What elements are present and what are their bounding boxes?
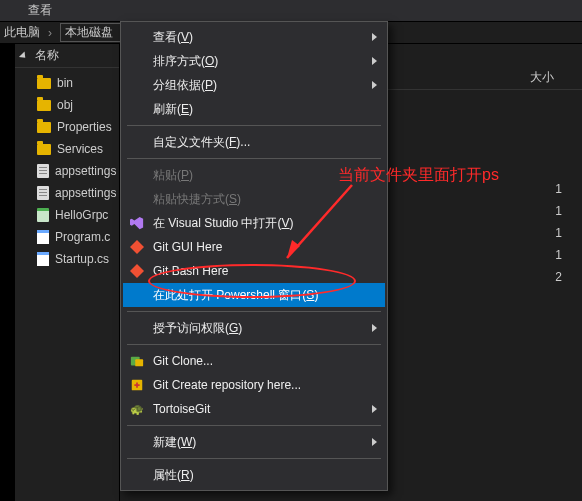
menu-separator	[127, 158, 381, 159]
file-name: Properties	[57, 120, 112, 134]
menu-item-git-clone[interactable]: Git Clone...	[123, 349, 385, 373]
detail-size: 1	[522, 204, 582, 218]
menu-item-group[interactable]: 分组依据(P)	[123, 73, 385, 97]
file-row[interactable]: HelloGrpc	[15, 204, 119, 226]
annotation-text: 当前文件夹里面打开ps	[338, 165, 499, 186]
menu-item-view[interactable]: 查看(V)	[123, 25, 385, 49]
file-row[interactable]: appsettings	[15, 182, 119, 204]
file-row[interactable]: appsettings	[15, 160, 119, 182]
git-icon	[129, 239, 145, 255]
detail-size: 1	[522, 182, 582, 196]
window-titlebar: 查看	[0, 0, 582, 22]
chevron-right-icon: ›	[48, 26, 52, 40]
folder-icon	[37, 122, 51, 133]
menu-item-paste-shortcut: 粘贴快捷方式(S)	[123, 187, 385, 211]
file-name: obj	[57, 98, 73, 112]
menu-item-customize-folder[interactable]: 自定义文件夹(F)...	[123, 130, 385, 154]
file-row[interactable]: bin	[15, 72, 119, 94]
file-name: appsettings	[55, 186, 116, 200]
titlebar-label: 查看	[28, 2, 52, 19]
column-header-size[interactable]: 大小	[522, 69, 582, 86]
file-row[interactable]: obj	[15, 94, 119, 116]
git-create-icon	[129, 377, 145, 393]
menu-item-open-powershell[interactable]: 在此处打开 Powershell 窗口(S)	[123, 283, 385, 307]
menu-item-grant-access[interactable]: 授予访问权限(G)	[123, 316, 385, 340]
file-icon	[37, 186, 49, 200]
svg-rect-1	[135, 359, 143, 366]
git-clone-icon	[129, 353, 145, 369]
tortoise-icon: 🐢	[129, 401, 145, 417]
file-row[interactable]: Program.c	[15, 226, 119, 248]
detail-size: 1	[522, 226, 582, 240]
folder-icon	[37, 144, 51, 155]
menu-separator	[127, 344, 381, 345]
git-icon	[129, 263, 145, 279]
file-row[interactable]: Properties	[15, 116, 119, 138]
menu-item-new[interactable]: 新建(W)	[123, 430, 385, 454]
file-row[interactable]: Services	[15, 138, 119, 160]
file-name: Services	[57, 142, 103, 156]
file-icon	[37, 252, 49, 266]
menu-item-git-create-repo[interactable]: Git Create repository here...	[123, 373, 385, 397]
menu-item-git-gui[interactable]: Git GUI Here	[123, 235, 385, 259]
file-name: HelloGrpc	[55, 208, 108, 222]
file-icon	[37, 208, 49, 222]
file-icon	[37, 230, 49, 244]
file-row[interactable]: Startup.cs	[15, 248, 119, 270]
file-name: appsettings	[55, 164, 116, 178]
folder-icon	[37, 100, 51, 111]
file-icon	[37, 164, 49, 178]
menu-item-tortoisegit[interactable]: 🐢 TortoiseGit	[123, 397, 385, 421]
menu-item-sort[interactable]: 排序方式(O)	[123, 49, 385, 73]
file-list-panel: 名称 binobjPropertiesServicesappsettingsap…	[15, 44, 120, 501]
menu-item-open-in-vs[interactable]: 在 Visual Studio 中打开(V)	[123, 211, 385, 235]
menu-item-git-bash[interactable]: Git Bash Here	[123, 259, 385, 283]
menu-item-properties[interactable]: 属性(R)	[123, 463, 385, 487]
column-header-name[interactable]: 名称	[15, 44, 119, 68]
menu-separator	[127, 125, 381, 126]
menu-separator	[127, 311, 381, 312]
file-name: Startup.cs	[55, 252, 109, 266]
file-name: bin	[57, 76, 73, 90]
menu-separator	[127, 458, 381, 459]
context-menu: 查看(V) 排序方式(O) 分组依据(P) 刷新(E) 自定义文件夹(F)...…	[120, 21, 388, 491]
detail-size: 2	[522, 270, 582, 284]
breadcrumb-item[interactable]: 此电脑	[4, 24, 40, 41]
menu-separator	[127, 425, 381, 426]
sidebar-gutter	[0, 44, 15, 501]
menu-item-refresh[interactable]: 刷新(E)	[123, 97, 385, 121]
file-name: Program.c	[55, 230, 110, 244]
visual-studio-icon	[129, 215, 145, 231]
folder-icon	[37, 78, 51, 89]
detail-size: 1	[522, 248, 582, 262]
